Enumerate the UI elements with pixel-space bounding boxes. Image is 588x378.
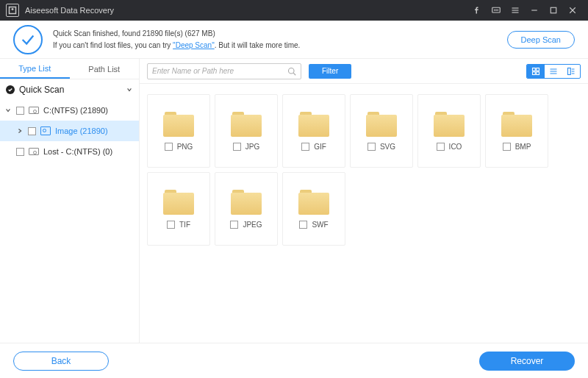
checkbox[interactable]: [165, 143, 173, 151]
folder-grid: PNGJPGGIFSVGICOBMPTIFJPEGSWF: [140, 84, 588, 343]
folder-icon: [298, 112, 329, 137]
drive-c-label: C:(NTFS) (21890): [43, 106, 108, 115]
folder-icon: [163, 190, 194, 215]
folder-icon: [231, 112, 262, 137]
node-quick-scan[interactable]: Quick Scan: [0, 79, 139, 100]
checkbox[interactable]: [368, 143, 376, 151]
back-button[interactable]: Back: [13, 352, 109, 371]
recover-button[interactable]: Recover: [479, 352, 575, 371]
svg-rect-16: [533, 68, 536, 71]
tab-path-list[interactable]: Path List: [70, 59, 140, 79]
success-check-icon: [13, 25, 43, 54]
status-size: 627 MB: [187, 29, 212, 38]
folder-label: SVG: [380, 143, 395, 151]
chevron-down-icon: [4, 107, 12, 113]
sidebar: Type List Path List Quick Scan C:(NTFS) …: [0, 59, 140, 343]
footer: Back Recover: [0, 343, 588, 378]
folder-icon: [501, 112, 532, 137]
svg-rect-11: [551, 7, 556, 13]
search-icon: [287, 67, 296, 76]
view-grid-button[interactable]: [527, 65, 545, 78]
folder-item[interactable]: JPG: [215, 94, 278, 168]
checkbox[interactable]: [233, 143, 241, 151]
view-detail-button[interactable]: [562, 65, 580, 78]
svg-point-14: [289, 68, 295, 74]
app-logo-icon: [6, 4, 19, 17]
folder-label: ICO: [449, 143, 462, 151]
folder-icon: [434, 112, 465, 137]
svg-point-5: [496, 10, 497, 10]
node-image[interactable]: Image (21890): [0, 121, 139, 141]
drive-icon: [29, 107, 39, 114]
checkbox[interactable]: [16, 148, 24, 156]
folder-label: JPEG: [243, 221, 262, 229]
status-bar: Quick Scan finished, found 21890 file(s)…: [0, 21, 588, 59]
checkbox[interactable]: [437, 143, 445, 151]
folder-label: TIF: [179, 221, 190, 229]
svg-point-6: [498, 10, 498, 10]
node-drive-lost[interactable]: Lost - C:(NTFS) (0): [0, 141, 139, 162]
deep-scan-button[interactable]: Deep Scan: [507, 31, 575, 49]
checkbox[interactable]: [299, 221, 307, 229]
titlebar: Aiseesoft Data Recovery: [0, 0, 588, 21]
quick-scan-label: Quick Scan: [19, 85, 121, 95]
svg-rect-19: [537, 71, 539, 74]
checkbox[interactable]: [167, 221, 175, 229]
facebook-icon[interactable]: [467, 3, 487, 18]
tree: Quick Scan C:(NTFS) (21890) Image (21890…: [0, 79, 139, 343]
folder-item[interactable]: SVG: [350, 94, 413, 168]
checkbox[interactable]: [230, 221, 238, 229]
image-label: Image (21890): [55, 126, 108, 135]
search-input[interactable]: Enter Name or Path here: [147, 63, 301, 79]
svg-rect-18: [533, 71, 536, 74]
folder-label: JPG: [245, 143, 259, 151]
checkbox[interactable]: [301, 143, 309, 151]
search-placeholder: Enter Name or Path here: [152, 67, 287, 75]
folder-item[interactable]: PNG: [147, 94, 210, 168]
folder-item[interactable]: ICO: [417, 94, 481, 168]
status-line1-post: ): [212, 29, 215, 38]
status-line2-post: . But it will take more time.: [215, 41, 301, 49]
filter-button[interactable]: Filter: [309, 64, 351, 79]
node-drive-c[interactable]: C:(NTFS) (21890): [0, 100, 139, 121]
folder-icon: [366, 112, 397, 137]
svg-line-15: [293, 73, 295, 75]
svg-point-4: [494, 10, 495, 10]
minimize-button[interactable]: [525, 3, 544, 18]
folder-label: GIF: [314, 143, 326, 151]
status-line2-pre: If you can't find lost files, you can tr…: [53, 41, 173, 49]
bullet-icon: [6, 85, 15, 94]
deep-scan-link[interactable]: "Deep Scan": [173, 41, 215, 49]
tab-type-list[interactable]: Type List: [0, 59, 70, 79]
view-list-button[interactable]: [545, 65, 562, 78]
folder-item[interactable]: TIF: [147, 172, 210, 246]
folder-item[interactable]: BMP: [485, 94, 548, 168]
chevron-down-icon: [126, 87, 133, 93]
folder-item[interactable]: GIF: [282, 94, 345, 168]
drive-lost-label: Lost - C:(NTFS) (0): [43, 147, 112, 156]
feedback-icon[interactable]: [487, 3, 506, 18]
svg-rect-23: [568, 68, 571, 74]
folder-label: SWF: [312, 221, 328, 229]
checkbox[interactable]: [16, 107, 24, 115]
sidebar-tabs: Type List Path List: [0, 59, 139, 79]
checkbox[interactable]: [503, 143, 511, 151]
app-title: Aiseesoft Data Recovery: [25, 6, 467, 15]
folder-item[interactable]: JPEG: [215, 172, 278, 246]
drive-icon: [29, 148, 39, 155]
app-window: Aiseesoft Data Recovery Quick Scan finis…: [0, 0, 588, 378]
close-button[interactable]: [563, 3, 582, 18]
main-panel: Enter Name or Path here Filter PNGJPGGIF…: [140, 59, 588, 343]
image-icon: [40, 126, 51, 135]
maximize-button[interactable]: [544, 3, 563, 18]
checkbox[interactable]: [28, 127, 36, 135]
body: Type List Path List Quick Scan C:(NTFS) …: [0, 59, 588, 343]
toolbar: Enter Name or Path here Filter: [140, 59, 588, 84]
folder-item[interactable]: SWF: [282, 172, 345, 246]
status-file-count: 21890: [143, 29, 163, 38]
status-line1-mid: file(s) (: [163, 29, 187, 38]
folder-icon: [298, 190, 329, 215]
menu-icon[interactable]: [506, 3, 525, 18]
status-text: Quick Scan finished, found 21890 file(s)…: [53, 28, 497, 51]
svg-rect-17: [537, 68, 539, 71]
